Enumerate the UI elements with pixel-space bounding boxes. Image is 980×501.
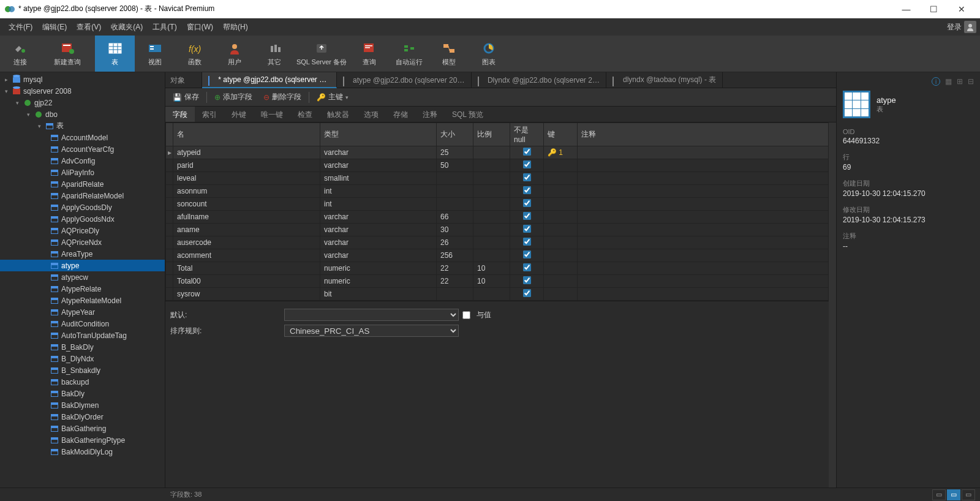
field-row[interactable]: Total00numeric2210 xyxy=(166,275,829,288)
ribbon-connect[interactable]: 连接 xyxy=(0,36,40,72)
field-row[interactable]: levealsmallint xyxy=(166,172,829,185)
col-scale[interactable]: 比例 xyxy=(473,123,510,146)
field-row[interactable]: asonnumint xyxy=(166,185,829,198)
field-row[interactable]: soncountint xyxy=(166,198,829,211)
ribbon-autorun[interactable]: 自动运行 xyxy=(389,36,429,72)
cell-size[interactable] xyxy=(437,185,473,198)
col-size[interactable]: 大小 xyxy=(437,123,473,146)
cell-name[interactable]: leveal xyxy=(173,172,320,185)
cell-name[interactable]: afullname xyxy=(173,211,320,224)
menu-favorites[interactable]: 收藏夹(A) xyxy=(106,18,148,36)
cell-size[interactable]: 25 xyxy=(437,146,473,159)
cell-size[interactable]: 30 xyxy=(437,224,473,236)
col-comment[interactable]: 注释 xyxy=(578,123,829,146)
menu-edit[interactable]: 编辑(E) xyxy=(37,18,72,36)
tree-table-atyperelatemodel[interactable]: AtypeRelateModel xyxy=(0,295,165,306)
save-button[interactable]: 💾 保存 xyxy=(168,90,204,105)
connection-tree[interactable]: ▸ mysql ▾ sqlserver 2008 ▾ gjp22 ▾ dbo ▾ xyxy=(0,72,165,488)
cell-size[interactable]: 256 xyxy=(437,249,473,262)
field-row[interactable]: ▸atypeidvarchar25🔑 1 xyxy=(166,146,829,159)
cell-name[interactable]: acomment xyxy=(173,249,320,262)
cell-name[interactable]: ausercode xyxy=(173,236,320,249)
cell-comment[interactable] xyxy=(578,275,829,288)
notnull-checkbox[interactable] xyxy=(523,160,531,168)
subtab-comment[interactable]: 注释 xyxy=(415,107,445,122)
notnull-checkbox[interactable] xyxy=(523,186,531,194)
default-select[interactable] xyxy=(284,309,459,321)
subtab-indexes[interactable]: 索引 xyxy=(195,107,224,122)
cell-scale[interactable] xyxy=(473,211,510,224)
cell-size[interactable] xyxy=(437,288,473,301)
cell-size[interactable]: 22 xyxy=(437,275,473,288)
maximize-button[interactable]: ☐ xyxy=(920,0,948,18)
tree-database-gjp22[interactable]: ▾ gjp22 xyxy=(0,97,165,108)
field-row[interactable]: Totalnumeric2210 xyxy=(166,262,829,275)
cell-type[interactable]: varchar xyxy=(320,236,437,249)
fields-grid[interactable]: 名 类型 大小 比例 不是 null 键 注释 ▸atypeidvarchar2… xyxy=(165,122,829,301)
cell-key[interactable] xyxy=(544,198,578,211)
cell-name[interactable]: Total xyxy=(173,262,320,275)
cell-comment[interactable] xyxy=(578,236,829,249)
tree-table-atype[interactable]: atype xyxy=(0,260,165,271)
cell-name[interactable]: aname xyxy=(173,224,320,236)
cell-scale[interactable] xyxy=(473,146,510,159)
cell-type[interactable]: smallint xyxy=(320,172,437,185)
notnull-checkbox[interactable] xyxy=(523,173,531,181)
tree-table-backupd[interactable]: backupd xyxy=(0,376,165,388)
subtab-fields[interactable]: 字段 xyxy=(165,107,195,122)
close-button[interactable]: ✕ xyxy=(948,0,975,18)
field-row[interactable]: anamevarchar30 xyxy=(166,224,829,236)
tree-table-advconfig[interactable]: AdvConfig xyxy=(0,155,165,167)
menu-file[interactable]: 文件(F) xyxy=(4,18,37,36)
cell-comment[interactable] xyxy=(578,146,829,159)
notnull-checkbox[interactable] xyxy=(523,289,531,297)
login-link[interactable]: 登录 xyxy=(947,22,962,32)
cell-type[interactable]: varchar xyxy=(320,159,437,172)
cell-key[interactable] xyxy=(544,236,578,249)
field-row[interactable]: acommentvarchar256 xyxy=(166,249,829,262)
cell-scale[interactable] xyxy=(473,198,510,211)
tree-table-b_snbakdly[interactable]: B_Snbakdly xyxy=(0,364,165,376)
ribbon-function[interactable]: f(x) 函数 xyxy=(175,36,214,72)
tree-table-bakdlymen[interactable]: BakDlymen xyxy=(0,399,165,411)
cell-type[interactable]: varchar xyxy=(320,146,437,159)
cell-key[interactable]: 🔑 1 xyxy=(544,146,578,159)
cell-comment[interactable] xyxy=(578,249,829,262)
notnull-checkbox[interactable] xyxy=(523,199,531,207)
cell-type[interactable]: numeric xyxy=(320,275,437,288)
ribbon-new-query[interactable]: 新建查询 xyxy=(40,36,95,72)
er-view-icon[interactable]: ⊟ xyxy=(968,77,974,86)
cell-size[interactable]: 50 xyxy=(437,159,473,172)
tab-dlyndx-mysql[interactable]: dlyndx @taobao (mysql) - 表 xyxy=(606,72,723,88)
cell-scale[interactable] xyxy=(473,172,510,185)
cell-type[interactable]: varchar xyxy=(320,249,437,262)
tree-connection-sqlserver[interactable]: ▾ sqlserver 2008 xyxy=(0,85,165,97)
tree-table-autotranupdatetag[interactable]: AutoTranUpdateTag xyxy=(0,330,165,341)
menu-tools[interactable]: 工具(T) xyxy=(148,18,181,36)
cell-scale[interactable] xyxy=(473,185,510,198)
add-field-button[interactable]: ⊕ 添加字段 xyxy=(209,90,257,105)
tree-table-auditcondition[interactable]: AuditCondition xyxy=(0,318,165,330)
col-notnull[interactable]: 不是 null xyxy=(510,123,544,146)
ribbon-backup[interactable]: SQL Server 备份 xyxy=(294,36,349,72)
cell-type[interactable]: int xyxy=(320,185,437,198)
notnull-checkbox[interactable] xyxy=(523,225,531,233)
cell-name[interactable]: parid xyxy=(173,159,320,172)
subtab-unique[interactable]: 唯一键 xyxy=(254,107,290,122)
subtab-sql-preview[interactable]: SQL 预览 xyxy=(445,107,491,122)
status-view-1[interactable]: ▭ xyxy=(932,489,946,500)
cell-type[interactable]: bit xyxy=(320,288,437,301)
notnull-checkbox[interactable] xyxy=(523,276,531,284)
ribbon-query[interactable]: 查询 xyxy=(349,36,389,72)
tree-table-bakdlyorder[interactable]: BakDlyOrder xyxy=(0,411,165,423)
cell-comment[interactable] xyxy=(578,159,829,172)
cell-key[interactable] xyxy=(544,211,578,224)
cell-key[interactable] xyxy=(544,172,578,185)
cell-name[interactable]: asonnum xyxy=(173,185,320,198)
ribbon-model[interactable]: 模型 xyxy=(429,36,469,72)
cell-comment[interactable] xyxy=(578,172,829,185)
notnull-checkbox[interactable] xyxy=(523,148,531,156)
tree-table-b_bakdly[interactable]: B_BakDly xyxy=(0,341,165,353)
cell-scale[interactable] xyxy=(473,159,510,172)
field-row[interactable]: sysrowbit xyxy=(166,288,829,301)
